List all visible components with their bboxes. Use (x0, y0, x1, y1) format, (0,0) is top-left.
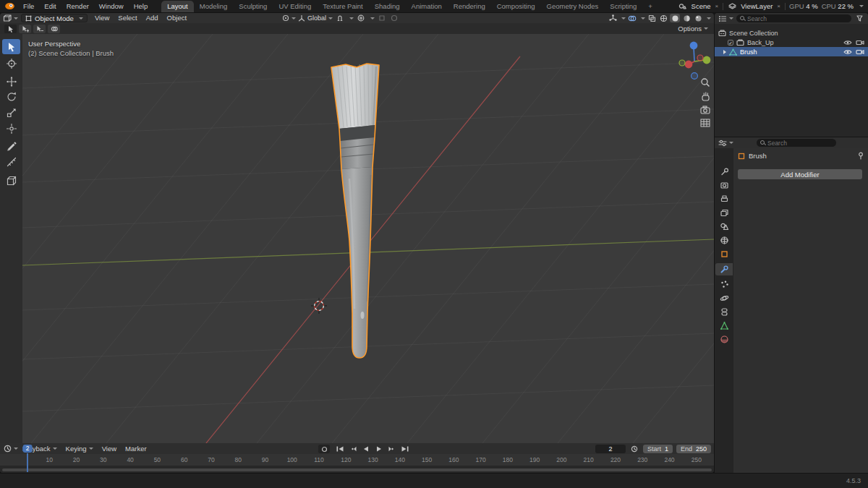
hide-eye-icon[interactable] (843, 40, 852, 46)
workspace-tab[interactable]: Animation (406, 1, 448, 12)
tab-particle-properties[interactable] (715, 278, 733, 291)
frame-start-field[interactable]: Start 1 (643, 445, 673, 453)
chevron-down-icon[interactable] (859, 5, 864, 7)
shading-wireframe-icon[interactable] (658, 14, 668, 22)
disclosure-triangle-icon[interactable] (723, 50, 726, 54)
workspace-tab[interactable]: Texture Paint (317, 1, 368, 12)
outliner-row-brush[interactable]: Brush (715, 47, 868, 56)
editor-type-properties-icon[interactable] (718, 139, 733, 147)
pin-icon[interactable] (858, 152, 864, 160)
blender-logo[interactable] (4, 2, 15, 10)
chevron-down-icon[interactable] (707, 17, 711, 20)
tab-object-properties[interactable] (715, 248, 733, 260)
tab-render-properties[interactable] (715, 179, 733, 192)
add-modifier-button[interactable]: Add Modifier (738, 169, 862, 179)
tab-tool-properties[interactable] (715, 166, 733, 178)
workspace-tab[interactable]: Compositing (491, 1, 541, 12)
timeline-menu[interactable]: View (98, 444, 121, 454)
play-button[interactable] (373, 445, 384, 453)
zoom-icon[interactable] (702, 79, 710, 87)
select-mode-intersect-icon[interactable] (48, 25, 60, 33)
viewport-menu[interactable]: View (90, 13, 114, 23)
editor-type-timeline-icon[interactable] (4, 445, 18, 453)
filter-icon[interactable] (854, 14, 864, 23)
timeline-tracks[interactable] (0, 466, 714, 473)
snap-magnet-icon[interactable] (335, 14, 345, 22)
gizmo-y-negative[interactable] (679, 60, 685, 66)
toggle-ortho-grid-icon[interactable] (701, 119, 710, 127)
play-reverse-button[interactable] (360, 445, 371, 453)
shading-solid-icon[interactable] (670, 14, 680, 22)
measure-tool[interactable] (2, 154, 20, 169)
proportional-editing-icon[interactable] (356, 14, 366, 22)
tab-scene-properties[interactable] (715, 221, 733, 233)
chevron-down-icon[interactable] (349, 17, 354, 20)
properties-search-input[interactable] (767, 140, 833, 147)
workspace-tab[interactable]: Geometry Nodes (541, 1, 605, 12)
chevron-down-icon[interactable] (641, 17, 645, 20)
editor-type-outliner-icon[interactable] (718, 14, 733, 23)
scale-tool[interactable] (2, 105, 20, 120)
hide-eye-icon[interactable] (843, 49, 852, 55)
transform-tool[interactable] (2, 121, 20, 136)
workspace-tab[interactable]: UV Editing (273, 1, 317, 12)
chevron-down-icon[interactable] (621, 17, 626, 20)
tab-modifier-properties[interactable] (715, 263, 733, 275)
transform-pivot-icon[interactable] (282, 14, 296, 22)
transform-options-icon[interactable] (389, 14, 399, 22)
workspace-tab[interactable]: Shading (369, 1, 406, 12)
tab-output-properties[interactable] (715, 193, 733, 205)
tab-world-properties[interactable] (715, 234, 733, 247)
add-cube-tool[interactable] (2, 173, 20, 188)
gizmo-z-axis[interactable] (690, 42, 698, 50)
snap-target-icon[interactable] (377, 14, 387, 22)
tab-object-data-properties[interactable] (715, 320, 733, 332)
remove-viewlayer-icon[interactable]: × (776, 3, 781, 9)
topbar-menu[interactable]: Edit (39, 0, 61, 12)
select-mode-subtract-icon[interactable] (33, 25, 46, 33)
3d-viewport[interactable]: User Perspective (2) Scene Collection | … (22, 34, 714, 443)
jump-to-start-button[interactable] (334, 445, 345, 453)
show-gizmo-icon[interactable] (608, 14, 618, 22)
workspace-tab[interactable]: Rendering (448, 1, 491, 12)
disable-render-camera-icon[interactable] (856, 39, 864, 46)
current-frame-marker[interactable]: 2 (23, 445, 33, 453)
workspace-tab[interactable]: Scripting (604, 1, 642, 12)
move-view-hand-icon[interactable] (702, 93, 709, 101)
topbar-menu[interactable]: Window (94, 0, 129, 12)
gizmo-x-negative[interactable] (697, 55, 703, 61)
topbar-menu[interactable]: File (18, 0, 39, 12)
chevron-down-icon[interactable] (370, 17, 375, 20)
options-dropdown[interactable]: Options (678, 25, 710, 33)
shading-material-icon[interactable] (681, 14, 692, 22)
outliner-row-scene-collection[interactable]: Scene Collection (715, 28, 868, 38)
annotate-tool[interactable] (2, 137, 20, 153)
tab-constraint-properties[interactable] (715, 306, 733, 318)
collection-checkbox-icon[interactable]: ✓ (728, 40, 733, 46)
viewlayer-name[interactable]: ViewLayer (741, 2, 773, 10)
toggle-xray-icon[interactable] (647, 14, 657, 22)
workspace-tab[interactable]: Sculpting (233, 1, 273, 12)
timeline-scrollbar[interactable] (2, 468, 712, 471)
rotate-tool[interactable] (2, 89, 20, 104)
outliner-search[interactable] (736, 14, 851, 22)
tab-physics-properties[interactable] (715, 292, 733, 304)
properties-search[interactable] (757, 139, 836, 147)
use-preview-range-icon[interactable] (629, 445, 639, 453)
previous-keyframe-button[interactable] (347, 445, 358, 453)
navigation-gizmo[interactable] (679, 42, 710, 80)
topbar-menu[interactable]: Render (61, 0, 94, 12)
breadcrumb-object-name[interactable]: Brush (749, 152, 767, 160)
unlink-scene-icon[interactable]: × (715, 3, 720, 9)
select-mode-new-icon[interactable] (4, 25, 17, 33)
jump-to-end-button[interactable] (399, 445, 410, 453)
workspace-tab[interactable]: Modeling (194, 1, 234, 12)
outliner-search-input[interactable] (747, 15, 848, 22)
topbar-menu[interactable]: Help (129, 0, 153, 12)
brush-object[interactable] (331, 64, 379, 358)
cursor-tool[interactable] (2, 56, 20, 71)
current-frame-field[interactable]: 2 (595, 445, 626, 453)
shading-rendered-icon[interactable] (693, 14, 703, 22)
gizmo-z-negative[interactable] (692, 73, 698, 80)
select-mode-extend-icon[interactable] (19, 25, 31, 33)
